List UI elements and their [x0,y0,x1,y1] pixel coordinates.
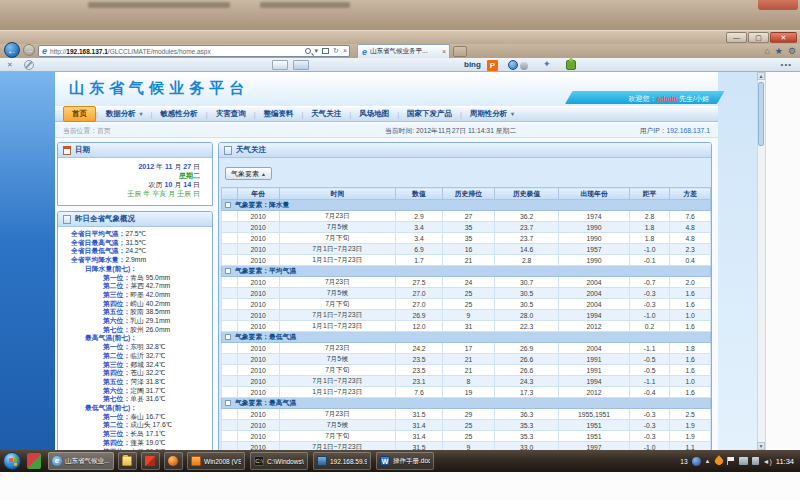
breadcrumb: 当前位置：首页 当前时间: 2012年11月27日 11:14:31 星期二 用… [55,124,718,138]
favorites-star-icon[interactable]: ★ [775,45,783,57]
blocked-icon[interactable] [24,60,34,70]
table-row[interactable]: 20107月1日~7月23日26.9928.01994-1.01.0 [222,310,711,321]
table-row[interactable]: 20101月1日~7月23日7.61917.32012-0.41.6 [222,387,711,398]
address-bar[interactable]: e http://192.168.137.1/GLCCLIMATE/module… [38,45,350,57]
table-cell: 7月1日~7月23日 [279,376,395,387]
bing-logo[interactable]: bing [464,60,481,69]
nav-item-3[interactable]: 灾害查询 [208,107,254,121]
rank-row: 第五位：胶南 38.5mm [58,308,212,317]
table-cell: 1990 [559,233,629,244]
scrollbar-thumb[interactable] [758,82,764,146]
table-cell: 7月下旬 [279,233,395,244]
group-checkbox[interactable] [225,334,231,340]
stat-label: 全省日最低气温： [71,247,125,254]
nav-item-1[interactable]: 数据分析 ▾ [98,107,151,121]
action-center-flag-icon[interactable] [727,457,735,465]
compatibility-view-icon[interactable] [322,48,329,54]
tray-app-icon[interactable] [713,455,724,466]
group-header-row[interactable]: 气象要素：最低气温 [222,332,711,343]
speaker-icon[interactable]: ◄) [763,458,772,465]
addonbar-close-icon[interactable]: ✕ [7,61,13,69]
table-row[interactable]: 20107月5候27.02530.52004-0.31.6 [222,288,711,299]
table-cell: 1951 [559,420,629,431]
pinned-app-icon[interactable] [27,453,41,469]
clock[interactable]: 11:34 [776,457,794,466]
chevron-down-icon[interactable]: ▾ [315,46,319,56]
table-row[interactable]: 20107月下旬3.43523.719901.84.8 [222,233,711,244]
network-icon[interactable] [739,457,748,465]
settings-gear-icon[interactable]: ⚙ [788,45,796,57]
table-row[interactable]: 20107月下旬27.02530.52004-0.31.6 [222,299,711,310]
group-checkbox[interactable] [225,400,231,406]
p-badge-icon[interactable]: P [487,60,498,71]
taskbar-media-button[interactable] [141,452,160,470]
taskbar-task-word[interactable]: W操作手册.docx ... [376,452,434,470]
table-row[interactable]: 20107月23日24.21726.92004-1.11.8 [222,343,711,354]
start-button[interactable] [3,452,21,470]
table-row[interactable]: 20107月23日2.92736.219742.87.6 [222,211,711,222]
element-filter-button[interactable]: 气象要素▲ [225,167,272,180]
minimize-button[interactable]: — [726,32,747,43]
table-row[interactable]: 20107月23日31.52936.31955,1951-0.32.5 [222,409,711,420]
scrollbar-down-arrow[interactable]: ▼ [757,442,765,450]
back-button[interactable]: ← [4,42,20,58]
envelope-icon[interactable] [293,60,309,70]
show-hidden-icons-caret[interactable]: ▲ [705,458,711,464]
table-row[interactable]: 20107月5候31.42535.31951-0.31.9 [222,420,711,431]
nav-item-5[interactable]: 天气关注 [303,107,349,121]
stop-icon[interactable]: × [343,46,347,56]
rank-value: 苍山 32.2℃ [130,369,165,376]
tab-close-icon[interactable]: × [442,48,446,55]
taskbar-explorer-button[interactable] [118,452,137,470]
table-cell: 27 [443,211,495,222]
close-button[interactable]: ✕ [770,32,797,43]
nav-item-2[interactable]: 敏感性分析 [152,107,206,121]
table-row[interactable]: 20101月1日~7月23日1.7212.81990-0.10.4 [222,255,711,266]
table-row[interactable]: 20107月1日~7月23日23.1824.31994-1.11.0 [222,376,711,387]
globe-icon[interactable] [508,60,518,70]
maximize-button[interactable]: ▢ [748,32,769,43]
taskbar-ie-task[interactable]: e 山东省气候业... [48,452,114,470]
scrollbar-up-arrow[interactable]: ▲ [757,72,765,80]
table-cell: 1990 [559,255,629,266]
ime-badge[interactable]: 13 [680,458,687,465]
rank-label: 第一位： [103,413,130,420]
nav-item-7[interactable]: 国家下发产品 [399,107,460,121]
taskbar-task-cmd[interactable]: C:\C:\Windows\s... [250,452,308,470]
forward-button[interactable]: → [23,44,35,56]
table-row[interactable]: 20107月23日27.52430.72004-0.72.0 [222,277,711,288]
home-icon[interactable]: ⌂ [764,45,769,57]
table-row[interactable]: 20107月下旬23.52126.61991-0.51.6 [222,365,711,376]
search-icon[interactable] [305,48,311,54]
table-row[interactable]: 20107月下旬31.42535.31951-0.31.9 [222,431,711,442]
table-row[interactable]: 20107月1日~7月23日6.91614.61957-1.02.3 [222,244,711,255]
group-checkbox[interactable] [225,268,231,274]
display-icon[interactable] [752,457,759,465]
addon-puzzle-icon[interactable] [566,60,576,70]
rank-label: 第六位： [103,387,130,394]
taskbar-task-rdp[interactable]: 192.168.59.99... [313,452,371,470]
nav-item-8[interactable]: 周期性分析 ▾ [462,107,522,121]
table-row[interactable]: 20107月5候3.43523.719901.84.8 [222,222,711,233]
mail-card-icon[interactable] [272,60,288,70]
camera-icon[interactable] [520,62,528,70]
group-header-row[interactable]: 气象要素：降水量 [222,200,711,211]
taskbar-wmp-button[interactable] [164,452,183,470]
nav-item-4[interactable]: 整编资料 [256,107,302,121]
table-row[interactable]: 20107月5候23.52126.61991-0.51.6 [222,354,711,365]
taskbar-task-vm[interactable]: Win2008 (VS2... [187,452,245,470]
group-checkbox[interactable] [225,202,231,208]
group-header-row[interactable]: 气象要素：最高气温 [222,398,711,409]
table-row[interactable]: 20101月1日~7月23日12.03122.320120.21.6 [222,321,711,332]
nav-item-6[interactable]: 风场地图 [351,107,397,121]
group-header-row[interactable]: 气象要素：平均气温 [222,266,711,277]
new-tab-button[interactable] [453,46,467,57]
sparkle-icon[interactable]: ✦ [543,59,551,69]
refresh-icon[interactable]: ↻ [333,46,339,56]
tray-globe-icon[interactable] [692,457,701,466]
nav-item-0[interactable]: 首页 [63,106,96,122]
rank-value: 即墨 42.0mm [130,291,170,298]
more-options-icon[interactable]: ••• [781,60,792,69]
browser-tab[interactable]: e 山东省气候业务平... × [357,44,450,58]
table-row[interactable]: 20107月1日~7月23日31.5933.01997-1.01.1 [222,442,711,451]
